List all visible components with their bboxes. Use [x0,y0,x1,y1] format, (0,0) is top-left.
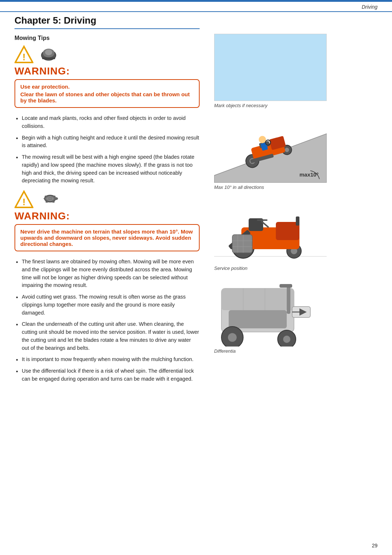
svg-point-17 [53,196,56,198]
section-title: Mowing Tips [15,35,200,41]
svg-rect-52 [229,310,287,328]
svg-point-13 [54,197,58,200]
bullet1-item3: The mowing result will be best with a hi… [15,153,200,185]
svg-point-15 [52,201,55,203]
differentia-svg [214,281,327,347]
sunflower-image-block: Mark objects if necessary [214,34,377,108]
service-position-caption: Service position [214,266,377,271]
service-position-block: Service position [214,200,377,271]
sunflower-scene [214,34,327,101]
bullet2-item1: The finest lawns are obtained by mowing … [15,258,200,289]
bullet1-item1: Locate and mark plants, rocks and other … [15,114,200,130]
bullets1-list: Locate and mark plants, rocks and other … [15,114,200,185]
svg-rect-43 [232,235,252,253]
svg-text:!: ! [23,52,26,62]
warning2-title: WARNING: [15,210,200,222]
warning2-box: Never drive the machine on terrain that … [15,224,200,251]
chapter-title: Chapter 5: Driving [15,15,200,29]
bullet1-item2: Begin with a high cutting height and red… [15,134,200,150]
svg-point-5 [45,49,52,55]
bullet2-item2: Avoid cutting wet grass. The mowing resu… [15,293,200,317]
svg-text:!: ! [23,197,26,207]
svg-rect-40 [296,216,299,226]
warning1-icons: ! [15,45,200,64]
differentia-caption: Differentia [214,348,377,354]
bullet2-item5: Use the differential lock if there is a … [15,367,200,383]
warning1-line1: Use ear protection. [20,84,194,90]
bullet2-item4: It is important to mow frequently when m… [15,356,200,364]
svg-rect-54 [279,284,292,288]
page-number: 29 [372,543,377,548]
differentia-illustration [214,281,327,347]
service-position-illustration [214,200,327,264]
svg-point-14 [45,201,48,203]
warning-triangle-icon: ! [15,45,33,64]
warning-triangle-icon-2: ! [15,190,33,209]
slope-svg: max10° [214,119,327,183]
slope-image-block: max10° Max 10° in all directions [214,119,377,190]
warning2-line1: Never drive the machine on terrain that … [20,228,194,247]
svg-point-59 [228,333,237,342]
svg-rect-4 [42,57,55,59]
warning1-line2: Clear the lawn of stones and other objec… [20,91,194,104]
slope-illustration: max10° [214,119,327,183]
svg-rect-51 [221,288,294,310]
warning1-title: WARNING: [15,65,200,77]
svg-point-61 [283,336,290,343]
section-header: Driving [0,2,392,11]
svg-text:max10°: max10° [299,171,319,178]
bullet2-item3: Clean the underneath of the cutting unit… [15,320,200,352]
helmet-icon [39,45,58,64]
warning1-box: Use ear protection. Clear the lawn of st… [15,79,200,108]
tortoise-icon [39,192,61,207]
svg-point-16 [45,196,47,198]
max10-caption: Max 10° in all directions [214,185,377,190]
left-column: Chapter 5: Driving Mowing Tips ! WARNING… [15,12,211,388]
mark-objects-caption: Mark objects if necessary [214,103,377,108]
svg-point-18 [44,198,46,199]
bullets2-list: The finest lawns are obtained by mowing … [15,258,200,383]
warning2-icons: ! [15,190,200,209]
differentia-block: Differentia [214,281,377,354]
service-svg [214,200,327,264]
right-column: Mark objects if necessary [211,12,377,388]
svg-rect-53 [287,285,290,314]
